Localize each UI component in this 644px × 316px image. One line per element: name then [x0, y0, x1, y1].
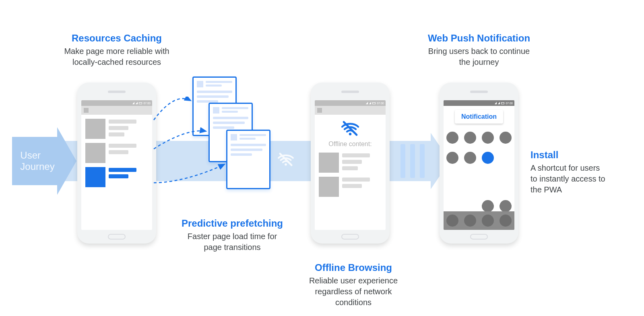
home-app-icon[interactable]	[464, 152, 476, 164]
home-app-icon[interactable]	[464, 132, 476, 144]
caption-title: Offline Browsing	[289, 262, 418, 274]
list-item-active	[81, 163, 152, 187]
prefetch-card	[226, 130, 270, 189]
phone-offline: 07:00 Offline content:	[311, 83, 390, 244]
home-app-icon[interactable]	[500, 132, 512, 144]
home-app-icon[interactable]	[446, 132, 458, 144]
status-time: 07:00	[377, 102, 384, 105]
dock-app-icon[interactable]	[464, 215, 476, 227]
caption-offline: Offline Browsing Reliable user experienc…	[289, 262, 418, 308]
phone-offline-screen: 07:00 Offline content:	[315, 100, 386, 230]
home-app-icon[interactable]	[482, 132, 494, 144]
notification-chip[interactable]: Notification	[455, 110, 503, 124]
svg-point-0	[285, 163, 287, 166]
caption-sub: Make page more reliable with locally-cac…	[40, 46, 193, 68]
caption-sub: Bring users back to continue the journey	[398, 46, 559, 68]
caption-install: Install A shortcut for users to instantl…	[530, 149, 635, 195]
pwa-shortcut-icon[interactable]	[482, 152, 494, 164]
status-time: 07:00	[506, 102, 513, 105]
flow-gap-bar	[420, 144, 425, 178]
offline-heading: Offline content:	[320, 140, 381, 148]
caption-sub: Faster page load time for page transitio…	[166, 231, 299, 253]
caption-sub: A shortcut for users to instantly access…	[530, 163, 635, 195]
dock	[444, 211, 514, 230]
list-item	[81, 139, 152, 163]
app-bar	[315, 106, 386, 115]
wifi-off-icon	[340, 131, 360, 138]
user-journey-label: User Journey	[20, 150, 54, 172]
phone-install: 07:00 Notification	[440, 83, 518, 244]
svg-point-2	[349, 133, 351, 135]
prefetch-arrow	[152, 97, 233, 197]
caption-title: Web Push Notification	[398, 32, 559, 44]
status-bar: 07:00	[315, 100, 386, 106]
app-grid	[444, 132, 514, 212]
caption-title: Predictive prefetching	[166, 217, 299, 229]
phone-caching: 07:00	[77, 83, 156, 244]
list-item	[315, 151, 386, 173]
dock-app-icon[interactable]	[482, 215, 494, 227]
status-time: 07:00	[143, 102, 151, 105]
wifi-off-icon	[277, 152, 295, 168]
caption-push: Web Push Notification Bring users back t…	[398, 32, 559, 68]
list-item	[315, 173, 386, 197]
caption-sub: Reliable user experience regardless of n…	[289, 275, 418, 308]
flow-gap-bar	[400, 144, 405, 178]
dock-app-icon[interactable]	[446, 215, 458, 227]
status-bar: 07:00	[81, 100, 152, 106]
caption-prefetch: Predictive prefetching Faster page load …	[166, 217, 299, 253]
caption-title: Install	[530, 149, 635, 161]
flow-gap-bar	[410, 144, 415, 178]
caption-title: Resources Caching	[40, 32, 193, 44]
phone-install-screen: 07:00 Notification	[444, 100, 514, 230]
home-app-icon[interactable]	[446, 152, 458, 164]
status-bar: 07:00	[444, 100, 514, 106]
list-item	[81, 115, 152, 139]
home-app-icon[interactable]	[482, 200, 494, 212]
dock-app-icon[interactable]	[500, 215, 512, 227]
phone-caching-screen: 07:00	[81, 100, 152, 230]
app-bar	[81, 106, 152, 115]
caption-caching: Resources Caching Make page more reliabl…	[40, 32, 193, 68]
home-app-icon[interactable]	[500, 200, 512, 212]
user-journey-arrow: User Journey	[12, 127, 76, 195]
